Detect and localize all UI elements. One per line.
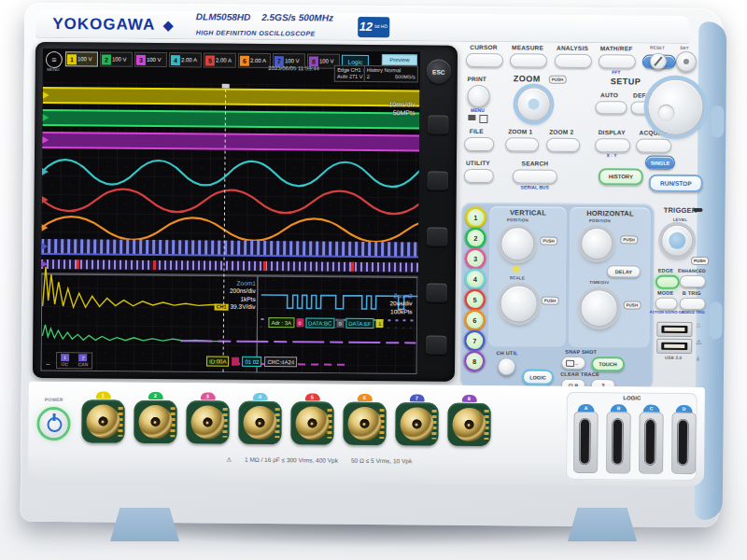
stand-foot-right — [568, 508, 637, 541]
decode-data2: DATA:EF — [345, 318, 374, 329]
cursor-button[interactable] — [466, 53, 503, 67]
power-button[interactable] — [39, 410, 67, 438]
auto-button[interactable] — [595, 101, 627, 114]
vertical-position-knob[interactable] — [500, 227, 534, 260]
ch3-button[interactable]: 3 — [465, 248, 486, 269]
measure-button[interactable] — [510, 53, 547, 67]
trigger-level-knob[interactable] — [661, 225, 693, 257]
softkey-4[interactable] — [427, 284, 447, 302]
timediv-knob[interactable] — [580, 289, 617, 327]
waveform-icon: ~ — [46, 360, 50, 369]
bnc-connector[interactable] — [452, 408, 486, 441]
history-button[interactable]: HISTORY — [599, 168, 643, 185]
mathref-button[interactable] — [599, 54, 636, 68]
file-button[interactable] — [464, 137, 494, 151]
channel-badge-1[interactable]: 1100 V — [65, 51, 98, 66]
ch6-button[interactable]: 6 — [464, 310, 485, 330]
utility-button[interactable] — [464, 169, 494, 183]
channel-badge-5[interactable]: 52.00 A — [204, 52, 236, 67]
edge-button[interactable] — [655, 275, 680, 289]
analysis-button[interactable] — [555, 54, 592, 68]
bus-indicator-row: ~ 1 I2C 2 CAN — [46, 352, 92, 369]
esc-button[interactable]: ESC — [427, 60, 451, 84]
logic-button[interactable]: LOGIC — [522, 369, 554, 385]
trigger-knob-cap — [669, 232, 685, 249]
bnc-connector[interactable] — [190, 405, 224, 439]
mathref-label: MATH/REF — [596, 45, 637, 51]
screen-menu-icon[interactable]: ≡ — [46, 51, 63, 68]
bnc-ch4[interactable]: 4 — [237, 393, 281, 444]
logic-port-b[interactable]: B — [606, 404, 631, 473]
warning-triangle-icon: ⚠ — [226, 456, 232, 464]
acquisition-readout: History Normal 2500MS/s — [364, 65, 418, 83]
ch5-button[interactable]: 5 — [465, 289, 486, 310]
display-button[interactable] — [595, 138, 630, 152]
jog-dial[interactable] — [647, 79, 704, 136]
acquire-button[interactable] — [636, 138, 671, 152]
bnc-ch6[interactable]: 6 — [342, 394, 386, 445]
ch-util-button[interactable] — [498, 357, 515, 375]
search-button[interactable] — [513, 169, 557, 183]
usb-port-1[interactable] — [656, 322, 692, 337]
oscilloscope-screen[interactable]: ≡ MENU 1100 V 2100 V 3100 V 42.00 A 52.0… — [40, 49, 420, 375]
logic-port-d[interactable]: D — [671, 405, 697, 474]
delay-button[interactable]: DELAY — [607, 265, 641, 277]
bnc-connector[interactable] — [138, 405, 172, 439]
channel-badge-row: 1100 V 2100 V 3100 V 42.00 A 52.00 A 62.… — [65, 51, 369, 69]
ch1-button[interactable]: 1 — [465, 207, 486, 228]
trigger-led — [694, 208, 703, 212]
ch7-button[interactable]: 7 — [464, 330, 485, 351]
bnc-ch3[interactable]: 3 — [185, 392, 229, 443]
channel-badge-6[interactable]: 62.00 A — [238, 53, 271, 68]
bnc-connector[interactable] — [243, 406, 276, 440]
bnc-ch8[interactable]: 8 — [446, 395, 490, 446]
yokogawa-diamond-icon: ◆ — [162, 17, 174, 34]
vertical-scale-knob[interactable] — [500, 285, 537, 322]
mode-button[interactable] — [655, 298, 678, 310]
zoom-knob[interactable] — [516, 87, 550, 120]
bnc-ch2[interactable]: 2 — [133, 392, 176, 443]
bnc-connector[interactable] — [295, 406, 329, 440]
channel-badge-2[interactable]: 2100 V — [100, 51, 133, 66]
b-trig-button[interactable] — [680, 298, 706, 310]
horizontal-position-knob[interactable] — [581, 228, 613, 259]
softkey-2[interactable] — [428, 172, 448, 190]
bnc-ch5[interactable]: 5 — [289, 393, 333, 444]
print-button[interactable] — [467, 85, 489, 107]
bnc-ch1[interactable]: 1 — [80, 391, 124, 442]
set-button[interactable] — [676, 51, 697, 72]
zoom1-button[interactable] — [505, 137, 539, 151]
preview-badge[interactable]: Preview — [382, 54, 417, 65]
logic-port-c[interactable]: C — [639, 405, 664, 474]
bnc-connector[interactable] — [400, 407, 433, 441]
bus-indicator-i2c[interactable]: 1 I2C — [61, 354, 69, 367]
usb-port-2[interactable] — [656, 339, 692, 354]
serial-frame-row: ID:00A 01 02 CRC:4A24 — [206, 356, 297, 367]
ch8-button[interactable]: 8 — [464, 351, 485, 371]
enhanced-button[interactable] — [680, 275, 706, 287]
touch-button[interactable]: TOUCH — [591, 357, 625, 371]
horizontal-push-chip: PUSH — [620, 235, 638, 244]
channel-badge-4[interactable]: 42.00 A — [169, 52, 202, 67]
logic-port-a[interactable]: A — [573, 404, 599, 473]
zoom1-label: ZOOM 1 — [501, 128, 539, 134]
reset-knob[interactable] — [650, 53, 667, 70]
bus-indicator-can[interactable]: 2 CAN — [78, 354, 89, 367]
bnc-connector[interactable] — [86, 404, 120, 438]
bnc-ch7[interactable]: 7 — [394, 394, 438, 445]
softkey-1[interactable] — [428, 116, 448, 134]
run-stop-button[interactable]: RUN/STOP — [649, 175, 703, 193]
decode-bit: 0 — [296, 318, 303, 327]
zoom2-label: ZOOM 2 — [543, 129, 580, 135]
bnc-connector[interactable] — [347, 407, 381, 441]
display-bezel: ≡ MENU 1100 V 2100 V 3100 V 42.00 A 52.0… — [33, 42, 458, 382]
softkey-3[interactable] — [427, 228, 447, 246]
softkey-5[interactable] — [426, 336, 446, 355]
single-button[interactable]: SINGLE — [645, 156, 675, 170]
ch2-button[interactable]: 2 — [465, 228, 486, 248]
action-gonogo-label: ACTION GO/NO-GO — [650, 310, 682, 315]
ch4-button[interactable]: 4 — [465, 269, 486, 289]
channel-badge-3[interactable]: 3100 V — [134, 52, 167, 67]
zoom2-button[interactable] — [546, 138, 580, 152]
snap-shot-button[interactable]: ~ — [561, 357, 585, 370]
